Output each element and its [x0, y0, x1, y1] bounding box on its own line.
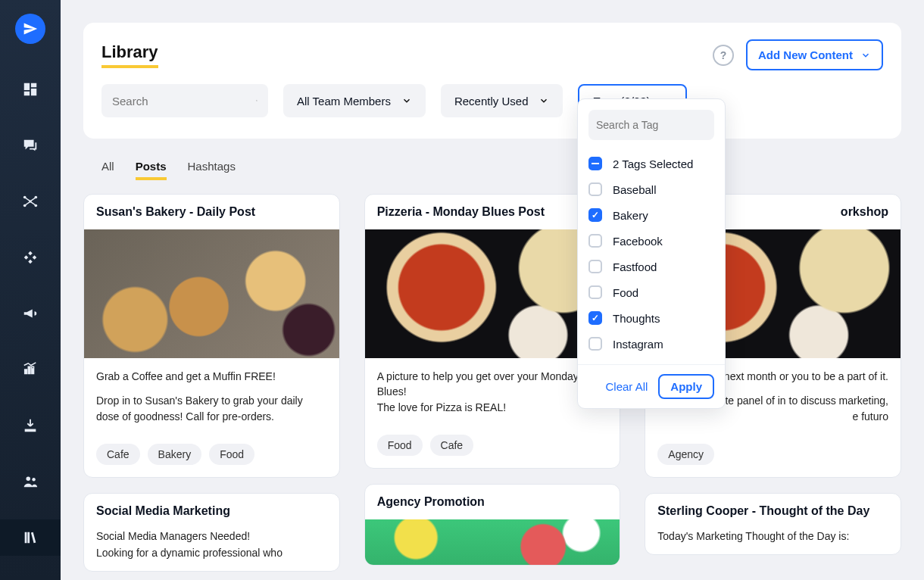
page-title: Library [101, 42, 158, 68]
card-sterling-cooper[interactable]: Sterling Cooper - Thought of the Day Tod… [645, 493, 901, 555]
card-social-media-marketing[interactable]: Social Media Marketing Social Media Mana… [83, 493, 340, 572]
nav-dashboard[interactable] [0, 71, 61, 108]
team-icon [22, 473, 39, 490]
filter-team-members[interactable]: All Team Members [283, 84, 426, 117]
nav-library[interactable] [0, 519, 61, 556]
tag-option-label: Fastfood [613, 260, 657, 273]
cards-grid: Susan's Bakery - Daily Post Grab a Coffe… [83, 194, 901, 572]
library-icon [22, 529, 39, 546]
svg-point-9 [32, 478, 35, 481]
card-title: Social Media Marketing [84, 494, 339, 529]
add-content-button[interactable]: Add New Content [746, 39, 883, 70]
chevron-down-icon [860, 50, 871, 61]
card-title: Agency Promotion [365, 485, 620, 519]
main-area: Library ? Add New Content All Team Membe… [61, 0, 924, 580]
svg-point-10 [256, 100, 257, 101]
tags-popover-footer: Clear All Apply [578, 364, 725, 408]
svg-rect-7 [32, 368, 34, 373]
tag-option-label: Thoughts [613, 312, 660, 325]
search-field-wrap[interactable] [101, 84, 268, 117]
tag-chip[interactable]: Cafe [430, 435, 474, 456]
nav-network[interactable] [0, 183, 61, 220]
nav-comments[interactable] [0, 127, 61, 164]
card-tags: Food Cafe [365, 435, 620, 468]
tag-option-label: Bakery [613, 209, 648, 222]
tag-option-bakery[interactable]: Bakery [588, 202, 714, 228]
svg-rect-5 [25, 370, 27, 374]
card-text: Drop in to Susan's Bakery to grab your d… [96, 393, 327, 424]
tag-option-baseball[interactable]: Baseball [588, 176, 714, 202]
tag-chip[interactable]: Bakery [148, 444, 202, 465]
checkbox[interactable] [588, 182, 602, 196]
tag-option-instagram[interactable]: Instagram [588, 331, 714, 357]
tag-option-label: Instagram [613, 338, 663, 351]
nav-megaphone[interactable] [0, 295, 61, 332]
tab-all[interactable]: All [101, 160, 114, 180]
card-text: Blues! [377, 384, 608, 399]
tags-apply-button[interactable]: Apply [658, 374, 714, 399]
help-button[interactable]: ? [713, 45, 734, 66]
comments-icon [22, 137, 39, 154]
filter-recently-used[interactable]: Recently Used [441, 84, 563, 117]
dashboard-icon [22, 81, 39, 98]
card-text: Today's Marketing Thought of the Day is: [657, 529, 888, 544]
add-content-label: Add New Content [758, 48, 853, 61]
tag-option-food[interactable]: Food [588, 279, 714, 305]
search-input[interactable] [112, 95, 256, 108]
tags-clear-all[interactable]: Clear All [605, 380, 648, 393]
tag-option-fastfood[interactable]: Fastfood [588, 254, 714, 279]
checkbox-indeterminate[interactable] [588, 157, 602, 170]
content-tabs: All Posts Hashtags [101, 160, 901, 180]
tag-option-facebook[interactable]: Facebook [588, 228, 714, 254]
card-text: Social Media Managers Needed! [96, 529, 327, 544]
nav-download[interactable] [0, 407, 61, 444]
paper-plane-icon [23, 21, 38, 36]
card-text: Looking for a dynamic professional who [96, 545, 327, 560]
card-image [84, 229, 339, 358]
tag-chip[interactable]: Agency [657, 444, 714, 465]
tags-list[interactable]: 2 Tags Selected Baseball Bakery Facebook [578, 148, 725, 364]
card-title: Sterling Cooper - Thought of the Day [645, 494, 901, 529]
library-panel: Library ? Add New Content All Team Membe… [83, 23, 901, 139]
nav-team[interactable] [0, 463, 61, 500]
app-logo[interactable] [15, 14, 45, 44]
filter-recent-label: Recently Used [454, 95, 529, 108]
card-susans-bakery[interactable]: Susan's Bakery - Daily Post Grab a Coffe… [83, 194, 340, 478]
chevron-down-icon [538, 95, 549, 106]
card-image [365, 519, 620, 565]
tags-search-input[interactable] [596, 119, 729, 131]
nav-analytics[interactable] [0, 351, 61, 388]
svg-point-8 [27, 477, 31, 482]
tag-option-thoughts[interactable]: Thoughts [588, 305, 714, 331]
card-agency-promotion[interactable]: Agency Promotion [364, 484, 621, 566]
checkbox[interactable] [588, 285, 602, 299]
tags-summary-row[interactable]: 2 Tags Selected [588, 151, 714, 176]
checkbox[interactable] [588, 234, 602, 248]
analytics-icon [22, 361, 39, 378]
tag-chip[interactable]: Cafe [96, 444, 140, 465]
nav-target[interactable] [0, 239, 61, 276]
tags-search-wrap[interactable] [588, 110, 714, 140]
target-icon [22, 249, 39, 266]
svg-rect-6 [28, 366, 30, 373]
card-title: Susan's Bakery - Daily Post [84, 195, 339, 229]
tag-chip[interactable]: Food [377, 435, 423, 456]
tab-hashtags[interactable]: Hashtags [188, 160, 236, 180]
checkbox[interactable] [588, 208, 602, 222]
card-text: The love for Pizza is REAL! [377, 400, 608, 415]
checkbox[interactable] [588, 260, 602, 273]
tab-posts[interactable]: Posts [136, 160, 167, 180]
tag-chip[interactable]: Food [209, 444, 254, 465]
chevron-down-icon [401, 95, 412, 106]
network-icon [22, 193, 39, 210]
filter-team-label: All Team Members [297, 95, 391, 108]
tags-popover: 2 Tags Selected Baseball Bakery Facebook [577, 98, 726, 409]
card-body: Grab a Coffee and get a Muffin FREE! Dro… [84, 358, 339, 444]
filter-bar: All Team Members Recently Used Tags (0/2… [101, 84, 883, 117]
tag-option-label: Baseball [613, 183, 657, 196]
download-icon [22, 417, 39, 434]
checkbox[interactable] [588, 311, 602, 325]
checkbox[interactable] [588, 337, 602, 351]
tag-option-label: Food [613, 286, 638, 299]
tag-option-label: Facebook [613, 235, 663, 248]
